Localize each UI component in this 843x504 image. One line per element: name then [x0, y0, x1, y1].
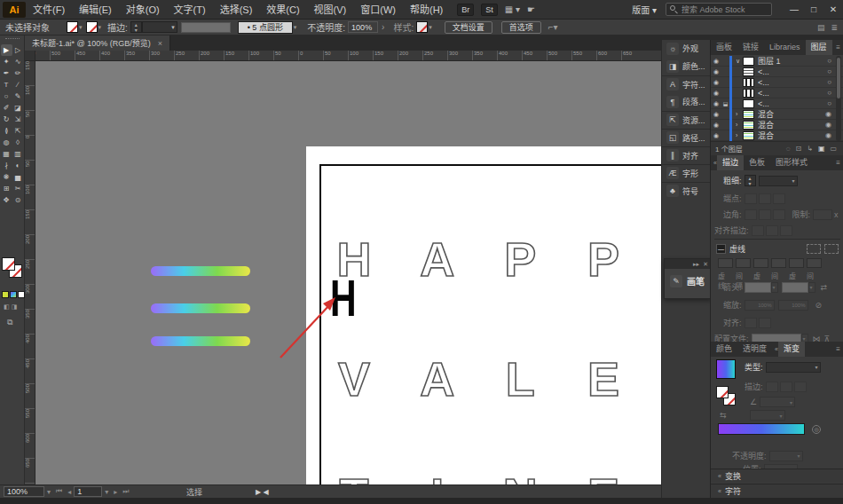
collapsed-panel-button[interactable]: ♣ 符号 — [662, 182, 710, 200]
expand-arrow-icon[interactable]: › — [736, 122, 743, 128]
tool-button[interactable]: ✐ — [1, 102, 12, 114]
miter-limit-input[interactable] — [813, 209, 832, 220]
expand-arrow-icon[interactable]: › — [736, 111, 743, 117]
color-chip[interactable] — [2, 291, 9, 298]
document-tab[interactable]: 未标题-1.ai* @ 100% (RGB/预览) × — [25, 35, 170, 51]
tab-layers[interactable]: 图层 — [806, 40, 832, 55]
menu-item[interactable]: 编辑(E) — [72, 4, 119, 15]
search-input[interactable]: 搜索 Adobe Stock — [666, 3, 772, 16]
canvas-area[interactable]: HAPP VALE TINE H 55050045040035030025020… — [25, 51, 661, 484]
gradient-slider[interactable] — [718, 423, 805, 435]
tool-button[interactable]: ✥ — [1, 194, 12, 206]
layer-row[interactable]: ◉ ⬓ <... ○ — [711, 88, 843, 98]
layer-thumbnail[interactable] — [743, 57, 754, 66]
menu-item[interactable]: 选择(S) — [213, 4, 260, 15]
expand-arrow-icon[interactable]: › — [736, 132, 743, 138]
fill-dropdown-icon[interactable]: ▾ — [79, 24, 83, 31]
tool-button[interactable]: T — [1, 79, 12, 91]
collapsed-panel-button[interactable]: ∥ 对齐 — [662, 146, 710, 164]
arrange-documents-icon[interactable]: ▦ ▾ — [505, 4, 520, 14]
layer-name[interactable]: <... — [758, 99, 769, 108]
outline-letter[interactable]: T — [335, 471, 374, 484]
collapsed-panel-button[interactable]: ◱ 路径... — [662, 129, 710, 146]
toolbar-grip[interactable] — [5, 38, 20, 41]
visibility-eye-icon[interactable]: ◉ — [711, 122, 721, 129]
tab-color[interactable]: 颜色 — [711, 342, 737, 357]
border-rectangle[interactable] — [319, 164, 661, 484]
panel-close-icon[interactable]: ✕ — [703, 261, 708, 268]
fill-color-well[interactable] — [2, 257, 15, 271]
tool-button[interactable]: ▶ — [1, 44, 12, 56]
fill-stroke-indicator[interactable] — [2, 257, 23, 284]
minimize-button[interactable]: — — [784, 0, 804, 20]
delete-layer-icon[interactable]: ▭ — [830, 145, 837, 153]
opacity-input[interactable]: 100% — [348, 21, 378, 33]
stroke-swatch[interactable] — [86, 21, 98, 33]
tool-button[interactable]: ◍ — [1, 137, 12, 148]
transform-collapsed-panel[interactable]: « 变换 — [711, 469, 843, 483]
layer-row[interactable]: ◉ ⬓ <... ○ — [711, 98, 843, 109]
collapsed-panel-button[interactable]: A 字符... — [662, 75, 710, 93]
target-circle-icon[interactable]: ○ — [827, 89, 831, 97]
panel-menu-icon[interactable]: ≡ — [836, 43, 840, 51]
tool-button[interactable]: ◪ — [12, 102, 24, 114]
outline-letter[interactable]: P — [584, 235, 623, 283]
align-inside-button[interactable] — [766, 225, 778, 236]
make-clip-mask-icon[interactable]: ⊡ — [795, 145, 801, 153]
dash-input[interactable] — [718, 258, 733, 268]
expand-arrow-icon[interactable]: ∨ — [736, 58, 743, 65]
tab-links[interactable]: 链接 — [737, 40, 764, 55]
first-page-icon[interactable]: ⏮ — [56, 487, 62, 496]
layer-row[interactable]: ◉ ⬓ ∨ 图层 1 ○ — [711, 56, 843, 67]
stroke-within-button[interactable] — [766, 382, 778, 392]
weight-stepper[interactable]: ▴▾ — [745, 175, 756, 186]
layer-row[interactable]: ◉ ⬓ › 混合 ◉ — [711, 120, 843, 130]
collapsed-panel-button[interactable]: Æ 字形 — [662, 164, 710, 182]
outline-letter[interactable]: A — [418, 355, 457, 403]
visibility-eye-icon[interactable]: ◉ — [711, 111, 721, 118]
panel-menu-icon[interactable]: ≣ — [831, 23, 838, 32]
layer-thumbnail[interactable] — [743, 78, 754, 87]
layer-name[interactable]: <... — [758, 67, 769, 76]
stroke-across-button[interactable] — [794, 382, 807, 392]
align-end-button[interactable] — [759, 318, 771, 328]
collapsed-panel-button[interactable]: ¶ 段落... — [662, 93, 710, 111]
workspace-switcher[interactable]: 版面 ▾ — [632, 3, 657, 16]
tool-button[interactable]: ▦ — [1, 148, 12, 160]
dash-input[interactable] — [789, 258, 804, 268]
gap-input[interactable] — [771, 258, 786, 268]
opacity-expand-icon[interactable]: › — [382, 22, 384, 32]
selection-options-icon[interactable]: ⌐▾ — [548, 22, 558, 32]
gradient-options-icon[interactable]: ◎ — [812, 425, 821, 434]
angle-select[interactable]: ▾ — [760, 397, 795, 407]
tool-button[interactable]: ∕ — [12, 79, 24, 91]
outline-letter[interactable]: P — [500, 235, 540, 283]
round-join-button[interactable] — [759, 209, 771, 220]
layer-name[interactable]: 混合 — [758, 130, 774, 141]
tool-button[interactable]: ○ — [1, 91, 12, 102]
align-center-button[interactable] — [752, 225, 764, 236]
layer-thumbnail[interactable] — [743, 67, 754, 76]
tool-button[interactable]: ≬ — [1, 125, 12, 137]
stroke-weight-select[interactable]: ▾ — [142, 21, 177, 33]
new-layer-icon[interactable]: ▣ — [818, 145, 825, 153]
target-circle-icon[interactable]: ◉ — [825, 131, 831, 139]
style-dropdown-icon[interactable]: ▾ — [429, 24, 432, 31]
target-circle-icon[interactable]: ◉ — [825, 121, 831, 129]
style-swatch[interactable] — [416, 21, 428, 33]
preserve-dash-button[interactable] — [807, 244, 821, 254]
collapsed-panel-button[interactable]: ◨ 颜色... — [662, 58, 710, 75]
tool-button[interactable]: ✦ — [1, 56, 12, 67]
tool-button[interactable]: ◐ — [12, 160, 24, 171]
tool-button[interactable]: ✏ — [12, 67, 24, 79]
tool-button[interactable]: ∤ — [1, 160, 12, 171]
layer-thumbnail[interactable] — [743, 110, 754, 119]
tab-libraries[interactable]: Libraries — [764, 40, 806, 55]
arrow-dd-icon[interactable]: ▾ — [771, 282, 778, 293]
weight-select[interactable]: ▾ — [759, 176, 798, 186]
menu-item[interactable]: 效果(C) — [259, 4, 306, 15]
round-cap-button[interactable] — [759, 193, 771, 204]
tool-button[interactable]: ∿ — [12, 56, 24, 67]
target-circle-icon[interactable]: ◉ — [825, 110, 831, 118]
outline-letter[interactable]: I — [418, 471, 457, 484]
